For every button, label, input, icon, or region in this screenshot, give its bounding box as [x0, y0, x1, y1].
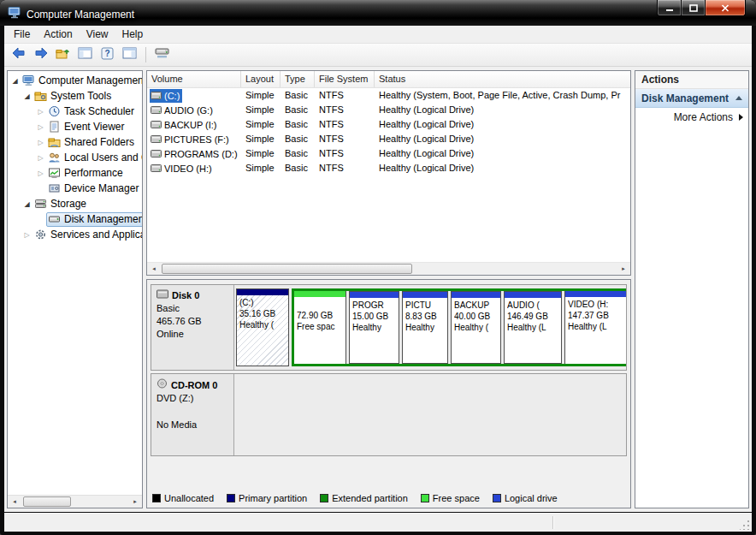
menu-help[interactable]: Help	[115, 27, 151, 42]
legend-label: Extended partition	[332, 493, 408, 503]
partition-pictures[interactable]: PICTU 8.83 GB Healthy	[402, 291, 448, 364]
expand-toggle[interactable]	[9, 77, 21, 85]
menu-bar: File Action View Help	[4, 26, 752, 44]
scroll-right-arrow[interactable]: ▸	[617, 263, 630, 275]
expand-toggle[interactable]	[21, 92, 32, 100]
partition-audio[interactable]: AUDIO ( 146.49 GB Healthy (L	[504, 291, 562, 364]
column-header-volume[interactable]: Volume	[147, 71, 241, 87]
volume-name: VIDEO (H:)	[164, 162, 212, 175]
resize-grip[interactable]	[740, 520, 750, 530]
scroll-left-arrow[interactable]: ◂	[147, 263, 161, 275]
scroll-left-arrow[interactable]: ◂	[8, 496, 21, 508]
volume-row-video[interactable]: VIDEO (H:) Simple Basic NTFS Healthy (Lo…	[147, 161, 630, 175]
cdrom-row: CD-ROM 0 DVD (Z:) No Media	[151, 373, 627, 456]
volume-row-audio[interactable]: AUDIO (G:) Simple Basic NTFS Healthy (Lo…	[147, 103, 630, 117]
performance-icon	[48, 167, 61, 179]
partition-backup[interactable]: BACKUP 40.00 GB Healthy (	[451, 291, 501, 364]
forward-button[interactable]	[30, 45, 51, 65]
titlebar[interactable]: Computer Management	[0, 0, 756, 26]
console-tree-button[interactable]	[74, 45, 96, 65]
volume-layout: Simple	[241, 146, 281, 161]
maximize-button[interactable]	[682, 0, 706, 16]
logical-drive-stripe	[565, 291, 626, 297]
legend-unallocated: Unallocated	[152, 493, 214, 503]
tree-item-label: Event Viewer	[64, 121, 124, 133]
tree-item-disk-management[interactable]: Disk Management	[8, 211, 142, 227]
disk0-header[interactable]: Disk 0 Basic 465.76 GB Online	[151, 285, 234, 370]
scrollbar-thumb[interactable]	[162, 264, 412, 274]
volume-row-programs[interactable]: PROGRAMS (D:) Simple Basic NTFS Healthy …	[147, 146, 630, 161]
tree-item-system-tools[interactable]: System Tools	[8, 88, 142, 104]
up-level-button[interactable]	[52, 45, 74, 65]
partition-c[interactable]: (C:) 35.16 GB Healthy (	[236, 288, 289, 366]
primary-partition-stripe	[237, 289, 288, 295]
volume-type: Basic	[281, 103, 315, 117]
tree-item-local-users-groups[interactable]: Local Users and G	[8, 150, 142, 165]
cdrom-header[interactable]: CD-ROM 0 DVD (Z:) No Media	[151, 374, 234, 455]
volume-status: Healthy (Logical Drive)	[375, 146, 630, 161]
partition-programs[interactable]: PROGR 15.00 GB Healthy	[349, 291, 399, 364]
volume-row-pictures[interactable]: PICTURES (F:) Simple Basic NTFS Healthy …	[147, 132, 630, 146]
tree-item-event-viewer[interactable]: Event Viewer	[8, 119, 142, 134]
back-button[interactable]	[8, 45, 29, 65]
disk-type: Basic	[157, 302, 228, 315]
expand-toggle[interactable]	[35, 169, 46, 177]
tree-item-services-applications[interactable]: Services and Applicat	[8, 227, 142, 242]
tree-item-storage[interactable]: Storage	[8, 196, 142, 211]
volume-list-horizontal-scrollbar[interactable]: ◂ ▸	[147, 262, 630, 275]
back-icon	[11, 46, 27, 63]
help-button[interactable]: ?	[97, 45, 118, 65]
expand-toggle[interactable]	[21, 200, 32, 208]
column-header-type[interactable]: Type	[281, 71, 315, 87]
partition-size: 40.00 GB	[454, 311, 498, 322]
volume-type: Basic	[281, 132, 315, 146]
partition-size: 8.83 GB	[405, 311, 445, 322]
menu-action[interactable]: Action	[37, 27, 79, 42]
volume-layout: Simple	[241, 103, 281, 117]
minimize-button[interactable]	[657, 0, 682, 16]
volume-layout: Simple	[241, 88, 281, 103]
free-space-swatch	[421, 494, 429, 502]
scroll-right-arrow[interactable]: ▸	[128, 496, 142, 508]
more-actions-item[interactable]: More Actions	[635, 108, 748, 127]
partition-label: VIDEO (H:	[568, 299, 623, 310]
actions-group-disk-management[interactable]: Disk Management	[635, 89, 748, 108]
expand-toggle[interactable]	[35, 139, 46, 146]
disk-management-icon	[48, 213, 61, 225]
expand-toggle[interactable]	[35, 154, 46, 162]
column-header-status[interactable]: Status	[375, 71, 630, 87]
tree-horizontal-scrollbar[interactable]: ◂ ▸	[8, 495, 142, 508]
legend: Unallocated Primary partition Extended p…	[151, 490, 627, 505]
tree-item-computer-management[interactable]: Computer Management	[8, 73, 142, 88]
tree-item-performance[interactable]: Performance	[8, 165, 142, 181]
partition-status: Healthy	[352, 322, 396, 333]
expand-toggle[interactable]	[35, 123, 46, 131]
column-header-filesystem[interactable]: File System	[315, 71, 375, 87]
volume-row-c[interactable]: (C:) Simple Basic NTFS Healthy (System, …	[147, 88, 630, 103]
tree-item-device-manager[interactable]: Device Manager	[8, 181, 142, 196]
tree-item-task-scheduler[interactable]: Task Scheduler	[8, 104, 142, 119]
free-space-block[interactable]: 72.90 GB Free spac	[294, 291, 346, 364]
partition-label	[297, 299, 343, 310]
menu-file[interactable]: File	[7, 27, 37, 42]
cdrom-media-area[interactable]	[234, 374, 626, 455]
partition-video[interactable]: VIDEO (H: 147.37 GB Healthy (L	[564, 291, 626, 364]
tree-item-label: Local Users and G	[64, 152, 142, 163]
chevron-right-icon	[739, 114, 743, 121]
tree-item-shared-folders[interactable]: Shared Folders	[8, 134, 142, 150]
logical-drive-stripe	[452, 292, 500, 298]
scrollbar-thumb[interactable]	[23, 496, 71, 507]
volume-row-backup[interactable]: BACKUP (I:) Simple Basic NTFS Healthy (L…	[147, 117, 630, 132]
partition-status: Healthy (	[239, 319, 286, 330]
app-icon	[8, 6, 21, 22]
close-button[interactable]	[706, 0, 746, 16]
volume-name: AUDIO (G:)	[164, 104, 213, 117]
column-header-layout[interactable]: Layout	[241, 71, 281, 87]
volume-list-header: Volume Layout Type File System Status	[147, 71, 630, 88]
disk-view-button[interactable]	[151, 45, 173, 65]
menu-view[interactable]: View	[80, 27, 115, 42]
partition-size: 72.90 GB	[297, 310, 343, 321]
expand-toggle[interactable]	[21, 231, 32, 239]
expand-toggle[interactable]	[35, 108, 46, 116]
action-pane-button[interactable]	[119, 45, 140, 65]
